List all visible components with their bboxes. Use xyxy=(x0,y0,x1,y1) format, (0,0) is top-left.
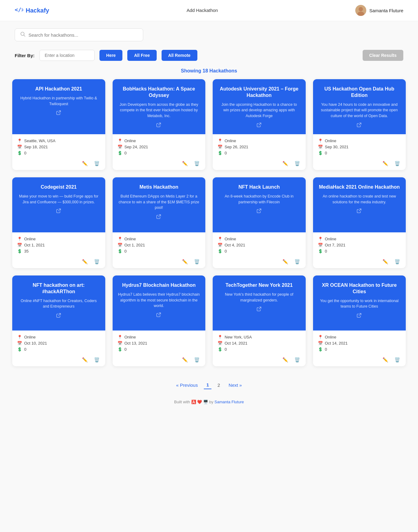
card-description: An online hackathon to create and test n… xyxy=(319,194,401,205)
calendar-icon: 📅 xyxy=(17,243,22,247)
delete-button[interactable]: 🗑️ xyxy=(293,258,301,265)
page-2[interactable]: 2 xyxy=(215,381,222,389)
edit-button[interactable]: ✏️ xyxy=(381,258,390,265)
location-icon: 📍 xyxy=(17,139,22,143)
delete-button[interactable]: 🗑️ xyxy=(393,258,401,265)
delete-button[interactable]: 🗑️ xyxy=(193,258,201,265)
hackathon-card: NFT Hack Launch An 8-week hackathon by E… xyxy=(213,177,306,268)
card-link-icon xyxy=(18,110,100,116)
location-icon: 📍 xyxy=(218,237,222,241)
price-icon: 💲 xyxy=(218,347,222,352)
all-remote-button[interactable]: All Remote xyxy=(162,50,197,61)
location-row: 📍 Online xyxy=(17,237,100,241)
card-actions: ✏️ 🗑️ xyxy=(12,158,105,170)
header: </> Hackafy Add Hackathon Samanta Flutur… xyxy=(0,0,418,21)
card-meta: 📍 Online 📅 Sep 30, 2021 💲 0 xyxy=(318,139,401,155)
prev-button[interactable]: « Previous xyxy=(174,381,200,389)
delete-button[interactable]: 🗑️ xyxy=(293,160,301,167)
card-title: XR OCEAN Hackathon to Future Cities xyxy=(319,282,401,295)
search-input[interactable] xyxy=(28,32,137,38)
calendar-icon: 📅 xyxy=(318,145,323,149)
filter-section: Filter By: Here All Free All Remote Clea… xyxy=(0,45,418,66)
price-row: 💲 0 xyxy=(118,347,201,352)
price-row: 💲 0 xyxy=(318,151,401,155)
price-icon: 💲 xyxy=(218,249,222,253)
location-row: 📍 Online xyxy=(218,139,301,143)
add-hackathon-link[interactable]: Add Hackathon xyxy=(187,8,218,13)
card-bottom: 📍 Online 📅 Sep 30, 2021 💲 0 xyxy=(313,134,406,158)
location-row: 📍 Online xyxy=(118,237,201,241)
next-button[interactable]: Next » xyxy=(226,381,244,389)
location-icon: 📍 xyxy=(118,139,122,143)
delete-button[interactable]: 🗑️ xyxy=(93,357,101,363)
here-button[interactable]: Here xyxy=(99,50,122,61)
location-icon: 📍 xyxy=(17,335,22,339)
footer-author-link[interactable]: Samanta Fluture xyxy=(215,400,244,404)
delete-button[interactable]: 🗑️ xyxy=(293,357,301,363)
card-title: Hydrus7 Blockchain Hackathon xyxy=(118,282,200,289)
edit-button[interactable]: ✏️ xyxy=(181,258,189,265)
card-description: You have 24 hours to code an innovative … xyxy=(319,102,401,119)
showing-prefix: Showing xyxy=(181,68,203,73)
edit-button[interactable]: ✏️ xyxy=(281,160,289,167)
delete-button[interactable]: 🗑️ xyxy=(193,160,201,167)
edit-button[interactable]: ✏️ xyxy=(81,258,89,265)
price-icon: 💲 xyxy=(218,151,222,155)
price-icon: 💲 xyxy=(17,347,22,352)
price-row: 💲 0 xyxy=(318,347,401,352)
card-bottom: 📍 Online 📅 Sep 26, 2021 💲 0 xyxy=(213,134,306,158)
card-description: Join Developers from across the globe as… xyxy=(118,102,200,119)
card-bottom: 📍 New York, USA 📅 Oct 14, 2021 💲 0 xyxy=(213,331,306,354)
card-actions: ✏️ 🗑️ xyxy=(313,256,406,268)
clear-results-button[interactable]: Clear Results xyxy=(363,50,403,61)
footer-text: Built with 🅰️ ❤️ 🖥️ by Samanta Fluture xyxy=(174,400,244,404)
calendar-icon: 📅 xyxy=(218,145,222,149)
location-row: 📍 Online xyxy=(218,237,301,241)
delete-button[interactable]: 🗑️ xyxy=(93,258,101,265)
calendar-icon: 📅 xyxy=(118,341,122,345)
card-date: Oct 14, 2021 xyxy=(225,341,247,345)
card-actions: ✏️ 🗑️ xyxy=(213,354,306,366)
logo[interactable]: </> Hackafy xyxy=(15,6,49,15)
main-nav: Add Hackathon xyxy=(187,8,218,13)
search-bar xyxy=(15,28,143,41)
edit-button[interactable]: ✏️ xyxy=(81,160,89,167)
date-row: 📅 Oct 7, 2021 xyxy=(318,243,401,247)
card-meta: 📍 Online 📅 Sep 24, 2021 💲 0 xyxy=(118,139,201,155)
card-actions: ✏️ 🗑️ xyxy=(213,256,306,268)
edit-button[interactable]: ✏️ xyxy=(381,357,390,363)
delete-button[interactable]: 🗑️ xyxy=(393,160,401,167)
card-title: BobHacks Hackathon: A Space Odyssey xyxy=(118,86,200,99)
edit-button[interactable]: ✏️ xyxy=(281,357,289,363)
delete-button[interactable]: 🗑️ xyxy=(393,357,401,363)
edit-button[interactable]: ✏️ xyxy=(281,258,289,265)
date-row: 📅 Oct 1, 2021 xyxy=(17,243,100,247)
edit-button[interactable]: ✏️ xyxy=(181,357,189,363)
card-link-icon xyxy=(319,312,401,319)
logo-icon: </> xyxy=(15,6,23,15)
card-description: Join the upcoming Hackathon to a chance … xyxy=(218,102,300,119)
price-row: 💲 0 xyxy=(118,249,201,253)
price-row: 💲 0 xyxy=(17,151,100,155)
all-free-button[interactable]: All Free xyxy=(127,50,156,61)
card-description: Hybrid Hackathon in partnership with Twi… xyxy=(18,95,100,107)
location-row: 📍 Online xyxy=(118,335,201,339)
edit-button[interactable]: ✏️ xyxy=(181,160,189,167)
location-icon: 📍 xyxy=(318,237,323,241)
location-input[interactable] xyxy=(39,50,95,61)
card-top: NFT Hack Launch An 8-week hackathon by E… xyxy=(213,177,306,232)
card-link-icon xyxy=(18,208,100,215)
edit-button[interactable]: ✏️ xyxy=(381,160,390,167)
card-bottom: 📍 Seattle, WA, USA 📅 Sep 18, 2021 💲 0 xyxy=(12,134,105,158)
filter-label: Filter By: xyxy=(15,53,35,58)
delete-button[interactable]: 🗑️ xyxy=(93,160,101,167)
delete-button[interactable]: 🗑️ xyxy=(193,357,201,363)
card-top: API Hackathon 2021 Hybrid Hackathon in p… xyxy=(12,79,105,134)
footer: Built with 🅰️ ❤️ 🖥️ by Samanta Fluture xyxy=(0,395,418,410)
card-title: API Hackathon 2021 xyxy=(18,86,100,92)
card-actions: ✏️ 🗑️ xyxy=(113,158,206,170)
card-link-icon xyxy=(319,208,401,215)
card-meta: 📍 Seattle, WA, USA 📅 Sep 18, 2021 💲 0 xyxy=(17,139,100,155)
edit-button[interactable]: ✏️ xyxy=(81,357,89,363)
page-1[interactable]: 1 xyxy=(204,381,211,389)
